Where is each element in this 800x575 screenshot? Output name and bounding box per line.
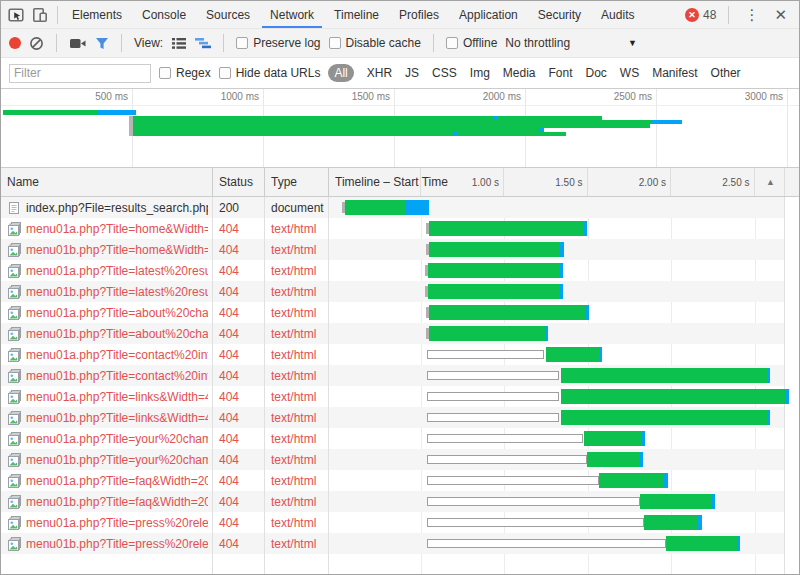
offline-checkbox[interactable]: Offline	[446, 36, 497, 50]
request-name: menu01b.php?Title=about%20cha...	[26, 327, 208, 341]
waterfall-download-bar	[785, 389, 789, 404]
filter-pill-js[interactable]: JS	[405, 66, 419, 80]
column-header-name[interactable]: Name	[1, 168, 213, 196]
table-row[interactable]: menu01a.php?Title=press%20releas...404te…	[1, 512, 799, 533]
scrollbar-gutter	[785, 197, 799, 218]
filter-pill-manifest[interactable]: Manifest	[652, 66, 697, 80]
filter-funnel-icon[interactable]	[95, 37, 109, 50]
filter-pill-css[interactable]: CSS	[432, 66, 457, 80]
status-cell: 404	[213, 281, 265, 302]
waterfall-cell	[329, 218, 785, 239]
tab-security[interactable]: Security	[528, 1, 591, 28]
disable-cache-checkbox[interactable]: Disable cache	[329, 36, 421, 50]
table-row[interactable]: menu01b.php?Title=links&Width=45404text/…	[1, 407, 799, 428]
request-name-cell: index.php?File=results_search.php&...	[1, 197, 213, 218]
stacked-pages-icon	[7, 369, 21, 383]
table-row[interactable]: menu01a.php?Title=contact%20info...404te…	[1, 344, 799, 365]
table-row[interactable]: menu01b.php?Title=contact%20inf...404tex…	[1, 365, 799, 386]
column-header-type[interactable]: Type	[265, 168, 329, 196]
view-waterfall-icon[interactable]	[195, 37, 211, 49]
table-row[interactable]: menu01a.php?Title=your%20champ...404text…	[1, 428, 799, 449]
regex-checkbox[interactable]: Regex	[159, 66, 211, 80]
waterfall-receiving-bar	[666, 536, 737, 551]
tab-elements[interactable]: Elements	[62, 1, 132, 28]
status-cell: 404	[213, 449, 265, 470]
waterfall-waiting-bar	[427, 497, 640, 506]
filter-pill-img[interactable]: Img	[470, 66, 490, 80]
scrollbar-gutter	[785, 554, 799, 575]
checkbox-icon	[236, 37, 248, 49]
stacked-pages-icon	[7, 495, 21, 509]
request-name-cell: menu01a.php?Title=faq&Width=20	[1, 470, 213, 491]
table-row[interactable]: menu01a.php?Title=links&Width=45404text/…	[1, 386, 799, 407]
waterfall-receiving-bar	[561, 389, 785, 404]
error-badge[interactable]: ✕ 48	[685, 8, 716, 22]
tab-network[interactable]: Network	[260, 1, 324, 28]
filter-pill-media[interactable]: Media	[503, 66, 536, 80]
table-row[interactable]: index.php?File=results_search.php&...200…	[1, 197, 799, 218]
table-row[interactable]: menu01b.php?Title=press%20releas...404te…	[1, 533, 799, 554]
waterfall-receiving-bar	[546, 347, 599, 362]
waterfall-waiting-bar	[427, 392, 559, 401]
waterfall-download-bar	[599, 347, 602, 362]
filter-pill-xhr[interactable]: XHR	[367, 66, 392, 80]
sort-arrow-icon[interactable]: ▲	[766, 168, 775, 196]
scrollbar-gutter	[785, 218, 799, 239]
type-cell: text/html	[265, 470, 329, 491]
filter-pill-ws[interactable]: WS	[620, 66, 639, 80]
status-cell: 404	[213, 260, 265, 281]
clear-button[interactable]	[29, 36, 44, 51]
type-cell: text/html	[265, 323, 329, 344]
stacked-pages-icon	[7, 348, 21, 362]
waterfall-download-bar	[768, 410, 770, 425]
filter-pill-doc[interactable]: Doc	[586, 66, 607, 80]
tab-timeline[interactable]: Timeline	[324, 1, 389, 28]
table-row[interactable]: menu01b.php?Title=latest%20result...404t…	[1, 281, 799, 302]
tab-application[interactable]: Application	[449, 1, 528, 28]
preserve-log-checkbox[interactable]: Preserve log	[236, 36, 320, 50]
hide-data-urls-checkbox[interactable]: Hide data URLs	[219, 66, 321, 80]
overview-bar-blue	[453, 132, 458, 136]
menu-kebab-icon[interactable]: ⋮	[741, 6, 762, 24]
filter-pill-font[interactable]: Font	[549, 66, 573, 80]
status-cell: 404	[213, 323, 265, 344]
filter-pill-other[interactable]: Other	[711, 66, 741, 80]
table-row[interactable]: menu01b.php?Title=faq&Width=20404text/ht…	[1, 491, 799, 512]
inspect-element-icon[interactable]	[7, 6, 25, 24]
filter-pill-all[interactable]: All	[328, 64, 353, 82]
column-header-status[interactable]: Status	[213, 168, 265, 196]
tab-console[interactable]: Console	[132, 1, 196, 28]
table-row[interactable]: menu01b.php?Title=home&Width=...404text/…	[1, 239, 799, 260]
capture-screenshots-icon[interactable]	[69, 37, 87, 50]
waterfall-cell	[329, 470, 785, 491]
error-circle-icon: ✕	[685, 8, 699, 22]
stacked-pages-icon	[7, 222, 21, 236]
throttling-dropdown[interactable]: No throttling ▼	[505, 36, 637, 50]
close-icon[interactable]: ✕	[770, 6, 791, 24]
timeline-overview[interactable]: 500 ms1000 ms1500 ms2000 ms2500 ms3000 m…	[1, 89, 799, 168]
toggle-device-toolbar-icon[interactable]	[31, 6, 49, 24]
tab-profiles[interactable]: Profiles	[389, 1, 449, 28]
waterfall-download-bar	[639, 452, 643, 467]
table-row[interactable]: menu01b.php?Title=your%20cham...404text/…	[1, 449, 799, 470]
status-cell: 404	[213, 512, 265, 533]
table-row[interactable]: menu01a.php?Title=about%20cham...404text…	[1, 302, 799, 323]
status-cell: 404	[213, 302, 265, 323]
record-button[interactable]	[9, 37, 21, 49]
header-time-label: 2.50 s	[694, 168, 750, 196]
stacked-pages-icon	[7, 285, 21, 299]
waterfall-receiving-bar	[584, 431, 641, 446]
tab-sources[interactable]: Sources	[196, 1, 260, 28]
waterfall-waiting-bar	[427, 350, 544, 359]
filter-input[interactable]	[9, 64, 151, 83]
table-row[interactable]: menu01a.php?Title=home&Width=...404text/…	[1, 218, 799, 239]
table-row[interactable]: menu01b.php?Title=about%20cha...404text/…	[1, 323, 799, 344]
type-cell: text/html	[265, 239, 329, 260]
scrollbar-gutter	[785, 239, 799, 260]
view-list-icon[interactable]	[171, 37, 187, 50]
table-row[interactable]: menu01a.php?Title=latest%20result...404t…	[1, 260, 799, 281]
column-header-timeline[interactable]: Timeline – Start Time 1.00 s1.50 s2.00 s…	[329, 168, 799, 196]
table-row[interactable]: menu01a.php?Title=faq&Width=20404text/ht…	[1, 470, 799, 491]
request-name-cell: menu01b.php?Title=about%20cha...	[1, 323, 213, 344]
tab-audits[interactable]: Audits	[591, 1, 644, 28]
